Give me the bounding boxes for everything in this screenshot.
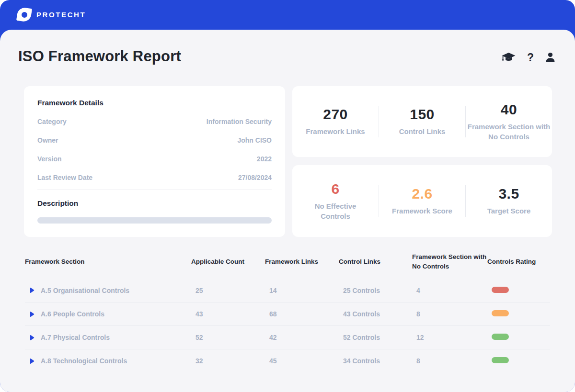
section-name: A.8 Technological Controls	[41, 357, 127, 365]
rating-pill	[492, 287, 509, 293]
page-title: ISO Framework Report	[18, 48, 181, 65]
stat-label: Control Links	[399, 127, 446, 136]
field-category: Category Information Security	[37, 112, 272, 131]
field-label: Category	[37, 118, 67, 125]
section-name: A.5 Organisational Controls	[41, 287, 129, 294]
table-row[interactable]: A.8 Technological Controls 32 45 34 Cont…	[25, 349, 550, 372]
rating-pill	[492, 334, 509, 340]
column-header-control-links: Control Links	[339, 257, 412, 267]
framework-links-cell: 42	[265, 334, 339, 341]
column-header-controls-rating: Controls Rating	[487, 257, 550, 267]
logo-hole-shape	[22, 12, 27, 18]
applicable-count-cell: 52	[191, 334, 265, 341]
control-links-cell: 43 Controls	[339, 310, 412, 318]
description-placeholder-bar	[37, 217, 272, 224]
control-links-cell: 25 Controls	[339, 287, 412, 294]
stat-label: Framework Links	[306, 127, 365, 136]
sections-no-controls-cell: 8	[412, 357, 487, 365]
column-header-framework-links: Framework Links	[265, 257, 339, 267]
links-stats-card: 270 Framework Links 150 Control Links 40…	[292, 86, 552, 157]
applicable-count-cell: 32	[191, 357, 265, 365]
control-links-cell: 52 Controls	[339, 334, 412, 341]
sections-no-controls-cell: 12	[412, 334, 487, 341]
controls-rating-cell	[487, 357, 550, 365]
brand-name: PROTECHT	[36, 11, 86, 19]
field-last-review-date: Last Review Date 27/08/2024	[37, 168, 272, 187]
stat-label: No Effective Controls	[307, 202, 364, 221]
header-icon-group: ?	[501, 52, 556, 64]
stat-value: 150	[410, 106, 435, 123]
help-icon[interactable]: ?	[527, 52, 534, 63]
field-value: 27/08/2024	[238, 174, 272, 181]
section-cell: A.8 Technological Controls	[25, 357, 191, 365]
stat-label: Framework Score	[392, 206, 452, 216]
table-header-row: Framework Section Applicable Count Frame…	[25, 251, 550, 272]
framework-details-title: Framework Details	[37, 99, 272, 107]
controls-rating-cell	[487, 310, 550, 318]
column-header-framework-section: Framework Section	[25, 257, 191, 267]
description-title: Description	[37, 199, 272, 208]
user-profile-icon[interactable]	[545, 52, 556, 63]
field-version: Version 2022	[37, 149, 272, 168]
framework-links-cell: 14	[265, 287, 339, 294]
controls-rating-cell	[487, 286, 550, 295]
stat-target-score: 3.5 Target Score	[466, 186, 552, 216]
rating-pill	[492, 310, 509, 316]
field-owner: Owner John CISO	[37, 131, 272, 149]
section-name: A.6 People Controls	[41, 310, 104, 318]
score-stats-card: 6 No Effective Controls 2.6 Framework Sc…	[292, 165, 552, 237]
stat-framework-score: 2.6 Framework Score	[379, 186, 465, 216]
table-row[interactable]: A.7 Physical Controls 52 42 52 Controls …	[25, 325, 550, 349]
sections-no-controls-cell: 8	[412, 310, 487, 318]
stat-control-links: 150 Control Links	[379, 106, 465, 136]
control-links-cell: 34 Controls	[339, 357, 412, 365]
stat-value: 2.6	[412, 186, 432, 202]
framework-links-cell: 45	[265, 357, 339, 365]
framework-details-fields: Category Information Security Owner John…	[37, 112, 272, 187]
content-panel: ISO Framework Report ? Framework Det	[0, 30, 575, 392]
controls-rating-cell	[487, 333, 550, 342]
expand-row-icon[interactable]	[30, 335, 34, 341]
app-window: PROTECHT ISO Framework Report ?	[0, 0, 575, 392]
stat-value: 270	[323, 106, 348, 123]
details-divider	[37, 190, 272, 190]
field-value: Information Security	[207, 118, 272, 125]
field-label: Owner	[37, 136, 58, 144]
applicable-count-cell: 25	[191, 287, 265, 294]
protecht-logo-icon	[17, 8, 31, 22]
section-cell: A.5 Organisational Controls	[25, 287, 191, 294]
field-label: Version	[37, 155, 62, 163]
field-value: John CISO	[237, 136, 272, 144]
sections-no-controls-cell: 4	[412, 287, 487, 294]
stat-label: Target Score	[487, 206, 531, 216]
expand-row-icon[interactable]	[30, 311, 34, 317]
field-label: Last Review Date	[37, 174, 92, 181]
expand-row-icon[interactable]	[30, 358, 34, 364]
section-cell: A.7 Physical Controls	[25, 334, 191, 341]
stat-value: 6	[331, 181, 339, 197]
stat-value: 3.5	[498, 186, 519, 202]
framework-links-cell: 68	[265, 310, 339, 318]
expand-row-icon[interactable]	[30, 287, 34, 293]
framework-details-card: Framework Details Category Information S…	[24, 86, 285, 237]
brand-logo[interactable]: PROTECHT	[17, 8, 86, 22]
field-value: 2022	[257, 155, 272, 163]
stat-value: 40	[501, 101, 517, 118]
column-header-applicable-count: Applicable Count	[191, 257, 265, 267]
table-row[interactable]: A.6 People Controls 43 68 43 Controls 8	[25, 302, 550, 325]
stat-label: Framework Section with No Controls	[466, 122, 552, 142]
section-name: A.7 Physical Controls	[41, 334, 110, 341]
stat-framework-links: 270 Framework Links	[292, 106, 379, 136]
rating-pill	[492, 357, 509, 363]
stat-no-effective-controls: 6 No Effective Controls	[292, 181, 379, 221]
framework-sections-table: Framework Section Applicable Count Frame…	[25, 251, 550, 372]
table-row[interactable]: A.5 Organisational Controls 25 14 25 Con…	[25, 279, 550, 302]
applicable-count-cell: 43	[191, 310, 265, 318]
column-header-sections-no-controls: Framework Section with No Controls	[412, 252, 487, 271]
section-cell: A.6 People Controls	[25, 310, 191, 318]
stat-sections-no-controls: 40 Framework Section with No Controls	[466, 101, 552, 142]
education-icon[interactable]	[501, 52, 516, 64]
